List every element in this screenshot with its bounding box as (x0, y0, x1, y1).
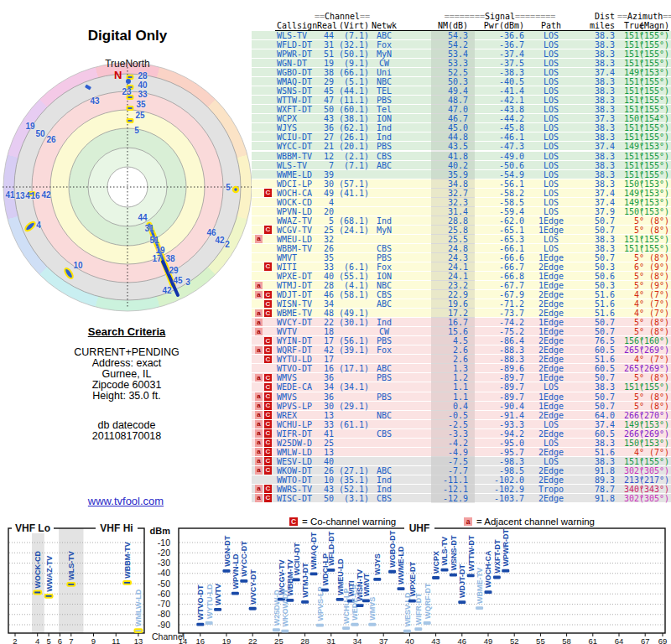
co-channel-flag: C (264, 494, 272, 502)
distance-miles-cell: 38.3 (580, 40, 615, 49)
station-marker-wycc-dt: WYCC-DT (240, 541, 248, 583)
distance-miles-cell: 38.3 (580, 86, 615, 96)
distance-miles-cell: 37.4 (580, 142, 615, 151)
station-marker-wgn-dt: WGN-DT (223, 535, 231, 572)
adjacent-channel-flag: a (255, 439, 263, 447)
distance-miles-cell: 51.6 (580, 290, 615, 299)
distance-miles-cell: 38.3 (580, 161, 615, 170)
radar-channel-label: 33 (138, 90, 147, 99)
virtual-channel-cell: (7.1) (334, 31, 369, 40)
station-marker-wbme-tv: WBME-TV (476, 568, 484, 610)
adjacent-channel-flag: a (255, 328, 263, 336)
virtual-channel-cell: (58.1) (334, 290, 369, 299)
uhf-channel-tick: 31 (327, 636, 336, 644)
virtual-channel-cell: (56.1) (334, 336, 369, 345)
dbm-tick-label: -40 (158, 568, 170, 578)
virtual-channel-cell (334, 429, 369, 439)
virtual-channel-cell (334, 207, 369, 216)
path-cell: LOS (533, 132, 569, 142)
radar-channel-label: 25 (135, 111, 144, 120)
station-marker-wbbm-tv: WBBM-TV (123, 542, 132, 584)
pwr-dbm-cell: -49.0 (478, 152, 524, 161)
azimuth-magnetic-cell: (9°) (639, 281, 669, 290)
real-channel-cell: 17 (317, 336, 334, 345)
azimuth-magnetic-cell: (155°) (639, 105, 669, 114)
distance-miles-cell: 76.5 (580, 336, 615, 345)
network-cell (369, 355, 399, 364)
callsign-cell: WGN-DT (277, 59, 319, 68)
pwr-dbm-cell: -43.8 (478, 105, 524, 114)
path-cell: Tropo (533, 485, 569, 494)
network-cell (369, 382, 399, 392)
station-label: WQRF-DT (424, 583, 432, 619)
distance-miles-cell: 89.3 (580, 475, 615, 485)
distance-miles-cell: 37.4 (580, 189, 615, 198)
virtual-channel-cell: (62.1) (334, 123, 369, 132)
uhf-channel-tick: 37 (379, 636, 388, 644)
path-cell: 1Edge (533, 327, 569, 336)
station-marker-wwaz-tv: WWAZ-TV (45, 556, 54, 598)
adjacent-channel-flag: a (255, 402, 263, 410)
station-marker-wmvs: WMVS (368, 597, 377, 626)
station-label: WTMJ-DT (301, 563, 309, 598)
callsign-cell: WFLD-DT (277, 40, 319, 49)
vhf-channel-tick: 2 (13, 636, 17, 644)
real-channel-cell: 19 (317, 59, 334, 68)
station-label: WPVS-LP (316, 586, 325, 621)
uhf-channel-tick: 64 (615, 636, 624, 644)
pwr-dbm-cell: -86.4 (478, 336, 524, 345)
callsign-cell: WVTV (277, 327, 319, 336)
network-cell: CW (369, 327, 399, 336)
column-header-magn: (Magn) (639, 21, 669, 30)
station-label: WMAQ-DT (310, 532, 319, 569)
co-channel-flag: C (264, 346, 272, 355)
dbm-tick-label: -70 (158, 599, 170, 609)
virtual-channel-cell: (38.1) (334, 114, 369, 123)
dbm-tick-label: -90 (158, 620, 170, 630)
real-channel-cell: 29 (317, 77, 334, 86)
azimuth-magnetic-cell: (7°) (639, 309, 669, 318)
virtual-channel-cell: (11.1) (334, 96, 369, 105)
real-channel-cell: 12 (317, 152, 334, 161)
pwr-dbm-cell: -65.3 (478, 235, 524, 244)
db-datecode-value: 201108170018 (34, 431, 219, 442)
path-cell: LOS (533, 142, 569, 151)
real-channel-cell: 30 (317, 402, 334, 411)
real-channel-cell: 31 (317, 40, 334, 49)
virtual-channel-cell: (35.1) (334, 475, 369, 485)
station-marker-wpvn-ld: WPVN-LD (231, 553, 240, 595)
station-marker-wifr-dt: WIFR-DT (414, 593, 423, 631)
criteria-height: Height: 35.0 ft. (34, 391, 219, 402)
path-cell: 1Edge (533, 373, 569, 382)
callsign-cell: WMVS (277, 373, 319, 382)
real-channel-cell: 35 (317, 253, 334, 262)
radar-channel-label: 10 (73, 261, 82, 270)
distance-miles-cell: 38.3 (580, 170, 615, 179)
column-header-nmdb: NM(dB) (431, 21, 468, 30)
radar-channel-label: 51 (149, 236, 159, 245)
path-cell: LOS (533, 207, 569, 216)
tvfool-website-link[interactable]: www.tvfool.com (0, 495, 252, 507)
radar-channel-label: 16 (30, 191, 39, 200)
virtual-channel-cell: (4.1) (334, 281, 369, 290)
virtual-channel-cell (334, 198, 369, 207)
callsign-cell: WXFT-DT (277, 105, 319, 114)
distance-miles-cell: 50.3 (580, 281, 615, 290)
distance-miles-cell: 50.7 (580, 226, 615, 235)
real-channel-cell: 20 (317, 207, 334, 216)
radar-channel-label: 29 (169, 266, 178, 275)
radar-channel-label: 35 (136, 100, 145, 109)
vhf-channel-tick: 5 (46, 636, 50, 644)
network-cell: Ind (369, 132, 399, 142)
adjacent-channel-flag: a (255, 392, 263, 401)
radar-channel-label: 5 (134, 126, 139, 135)
network-cell: ABC (369, 299, 399, 309)
distance-miles-cell: 38.3 (580, 439, 615, 448)
callsign-cell: WCGV-TV (277, 226, 319, 235)
azimuth-magnetic-cell: (155°) (639, 96, 669, 105)
radar-station-tick (127, 75, 133, 79)
virtual-channel-cell (334, 299, 369, 309)
pwr-dbm-cell: -46.1 (478, 132, 524, 142)
station-marker-wls-tv: WLS-TV (441, 537, 450, 572)
azimuth-magnetic-cell: (155°) (639, 77, 669, 86)
